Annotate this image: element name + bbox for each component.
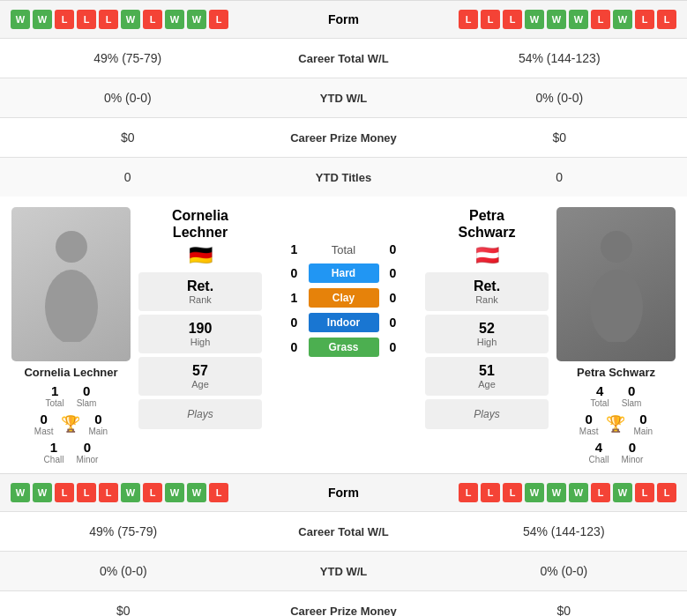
form-badge-w: W (525, 10, 544, 29)
form-badge: W (613, 483, 632, 502)
comparison-row-1: 0% (0-0) YTD W/L 0% (0-0) (0, 78, 687, 117)
right-form-row: LLLWWWLWLL (401, 483, 677, 502)
form-badge-w: W (187, 10, 206, 29)
left-center-panel: CorneliaLechner 🇩🇪 Ret. Rank 190 High 57… (135, 207, 265, 466)
comparison-row-0: 49% (75-79) Career Total W/L 54% (144-12… (0, 38, 687, 78)
comparison-left-0: 49% (75-79) (0, 39, 256, 78)
player-comparison-main: Cornelia Lechner 1 Total 0 Slam 0 Mast 🏆… (0, 197, 687, 473)
right-form-badges: LLLWWWLWLL (397, 10, 677, 29)
comparison-left-2: $0 (0, 118, 256, 157)
left-age-panel: 57 Age (138, 357, 262, 396)
l-main: 0 Main (88, 412, 108, 436)
form-badge-l: L (657, 10, 676, 29)
form-badge: L (591, 483, 610, 502)
form-section: WWLLLWLWWL Form LLLWWWLWLL (0, 0, 687, 38)
left-player-silhouette (36, 227, 107, 342)
comparison-row-2: $0 Career Prize Money $0 (0, 117, 687, 157)
left-high-panel: 190 High (138, 315, 262, 353)
form-badge-l: L (481, 10, 500, 29)
l-minor: 0 Minor (76, 440, 98, 464)
row-label-0: Career Total W/L (247, 525, 441, 538)
svg-point-7 (590, 270, 643, 342)
total-left-score: 1 (287, 242, 302, 256)
left-form-row: WWLLLWLWWL (11, 483, 287, 502)
left-row3: 1 Chall 0 Minor (44, 440, 99, 464)
left-trophy-icon: 🏆 (58, 414, 83, 434)
left-row1: 1 Total 0 Slam (46, 383, 97, 408)
r-minor: 0 Minor (621, 440, 643, 464)
grass-row: 0 Grass 0 (287, 338, 400, 357)
form-badge-l: L (77, 10, 96, 29)
left-name-below: Cornelia Lechner (24, 366, 117, 379)
left-form-badges: WWLLLWLWWL (11, 10, 291, 29)
form-badge: W (33, 483, 52, 502)
form-badge-w: W (165, 10, 184, 29)
r-slam: 0 Slam (622, 383, 642, 408)
comparison-right-0: 54% (144-123) (432, 39, 688, 78)
comparison-left-1: 0% (0-0) (0, 78, 256, 117)
left-panel-flag: 🇩🇪 (189, 244, 213, 267)
form-badge: L (635, 483, 654, 502)
form-badge: L (503, 483, 522, 502)
form-badge-w: W (11, 10, 30, 29)
right-section: Petra Schwarz 4 Total 0 Slam 0 Mast 🏆 0 … (552, 207, 680, 466)
r-mast: 0 Mast (579, 412, 599, 436)
right-center-panel: PetraSchwarz 🇦🇹 Ret. Rank 52 High 51 Age… (422, 207, 552, 466)
form-badge: W (525, 483, 544, 502)
stats-row-1: 0% (0-0) YTD W/L 0% (0-0) (0, 551, 687, 590)
l-chall: 1 Chall (44, 440, 64, 464)
right-photo-box (556, 207, 676, 361)
total-row: 1 Total 0 (287, 242, 400, 256)
row-left-1: 0% (0-0) (0, 552, 247, 590)
comparison-label-1: YTD W/L (256, 92, 432, 105)
left-row2: 0 Mast 🏆 0 Main (34, 412, 108, 436)
stats-rows-section: 49% (75-79) Career Total W/L 54% (144-12… (0, 38, 687, 197)
right-row3: 4 Chall 0 Minor (589, 440, 644, 464)
form-badge-l: L (99, 10, 118, 29)
form-badge: W (121, 483, 140, 502)
comparison-label-0: Career Total W/L (256, 52, 432, 65)
form-badge: W (187, 483, 206, 502)
form-badge: W (569, 483, 588, 502)
form-badge-w: W (547, 10, 566, 29)
right-age-panel: 51 Age (425, 357, 549, 396)
right-row2: 0 Mast 🏆 0 Main (579, 412, 653, 436)
stats-table: 49% (75-79) Career Total W/L 54% (144-12… (0, 511, 687, 616)
row-label-2: Career Prize Money (247, 605, 441, 617)
form-badge-l: L (143, 10, 162, 29)
left-photo-box (11, 207, 131, 361)
l-slam: 0 Slam (77, 383, 97, 408)
form-row-section: WWLLLWLWWL Form LLLWWWLWLL (0, 473, 687, 511)
left-plays-panel: Plays (138, 399, 262, 429)
indoor-surface-badge: Indoor (309, 313, 379, 332)
form-badge-l: L (635, 10, 654, 29)
form-badge: L (55, 483, 74, 502)
hard-row: 0 Hard 0 (287, 263, 400, 283)
right-row1: 4 Total 0 Slam (591, 383, 642, 408)
form-badge-l: L (459, 10, 478, 29)
form-badge: W (547, 483, 566, 502)
left-rank-panel: Ret. Rank (138, 272, 262, 311)
right-name-below: Petra Schwarz (577, 366, 655, 379)
surfaces-panel: 1 Total 0 0 Hard 0 1 Clay 0 0 Indoor 0 0… (265, 207, 422, 466)
row-right-1: 0% (0-0) (441, 552, 688, 590)
comparison-label-2: Career Prize Money (256, 131, 432, 145)
right-plays-panel: Plays (425, 399, 549, 429)
row-left-2: $0 (0, 591, 247, 616)
form-badge-w: W (121, 10, 140, 29)
form-badge-w: W (33, 10, 52, 29)
row-left-0: 49% (75-79) (0, 512, 247, 551)
form-badge: L (481, 483, 500, 502)
r-main: 0 Main (633, 412, 653, 436)
form-badge-w: W (569, 10, 588, 29)
right-player-silhouette (581, 227, 652, 342)
right-panel-flag: 🇦🇹 (475, 244, 499, 267)
clay-surface-badge: Clay (309, 288, 379, 308)
form-badge-l: L (209, 10, 228, 29)
l-total: 1 Total (46, 383, 64, 408)
form-badge: L (143, 483, 162, 502)
right-rank-panel: Ret. Rank (425, 272, 549, 311)
form-badge: L (459, 483, 478, 502)
stats-row-0: 49% (75-79) Career Total W/L 54% (144-12… (0, 511, 687, 551)
r-total: 4 Total (591, 383, 609, 408)
